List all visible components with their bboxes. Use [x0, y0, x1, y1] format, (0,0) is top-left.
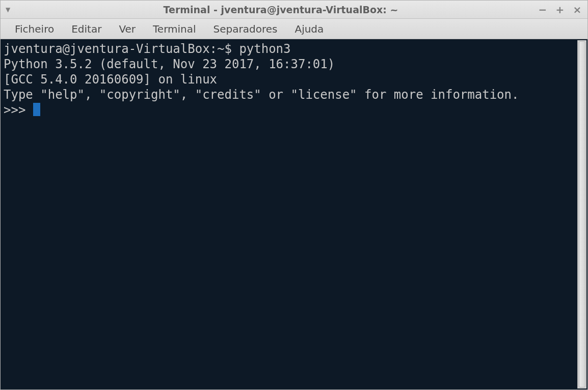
menu-ajuda[interactable]: Ajuda — [287, 21, 331, 37]
scrollbar[interactable] — [577, 40, 586, 388]
terminal-window: ▼ Terminal - jventura@jventura-VirtualBo… — [0, 0, 588, 390]
shell-command: python3 — [239, 42, 290, 56]
menu-terminal[interactable]: Terminal — [146, 21, 203, 37]
terminal-container: jventura@jventura-VirtualBox:~$ python3 … — [1, 39, 587, 389]
menu-ver[interactable]: Ver — [112, 21, 143, 37]
menubar: Ficheiro Editar Ver Terminal Separadores… — [1, 19, 587, 39]
python-repl-prompt: >>> — [4, 103, 33, 117]
python-version-line: Python 3.5.2 (default, Nov 23 2017, 16:3… — [4, 57, 342, 71]
python-compiler-line: [GCC 5.4.0 20160609] on linux — [4, 72, 217, 87]
minimize-button[interactable]: − — [538, 5, 548, 15]
close-button[interactable]: × — [572, 5, 582, 15]
python-help-line: Type "help", "copyright", "credits" or "… — [4, 88, 519, 102]
titlebar[interactable]: ▼ Terminal - jventura@jventura-VirtualBo… — [1, 1, 587, 19]
cursor — [33, 103, 40, 116]
maximize-button[interactable]: + — [555, 5, 565, 15]
window-menu-dropdown-icon[interactable]: ▼ — [6, 6, 10, 13]
scrollbar-thumb[interactable] — [579, 41, 585, 387]
shell-prompt: jventura@jventura-VirtualBox:~$ — [4, 42, 239, 56]
window-title: Terminal - jventura@jventura-VirtualBox:… — [24, 4, 538, 15]
terminal-output[interactable]: jventura@jventura-VirtualBox:~$ python3 … — [3, 40, 577, 388]
menu-editar[interactable]: Editar — [64, 21, 109, 37]
menu-separadores[interactable]: Separadores — [206, 21, 285, 37]
menu-ficheiro[interactable]: Ficheiro — [8, 21, 61, 37]
